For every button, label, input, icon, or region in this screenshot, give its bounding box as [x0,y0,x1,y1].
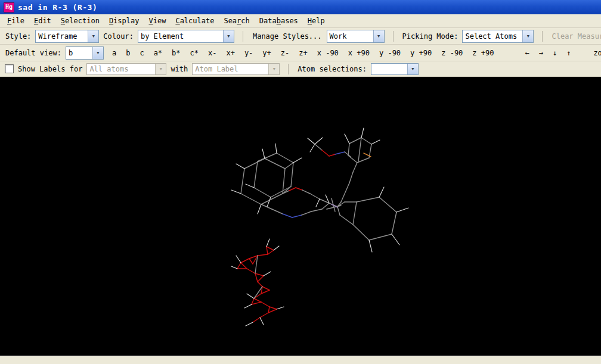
view-button-y-90[interactable]: y -90 [378,48,402,58]
show-labels-checkbox[interactable] [5,64,14,73]
chevron-down-icon: ▼ [522,30,533,42]
colour-select[interactable]: by Element ▼ [138,30,234,43]
chevron-down-icon: ▼ [407,64,418,74]
molecule-canvas[interactable] [0,77,601,356]
view-button-zoom-[interactable]: zoom - [592,48,601,58]
view-button-b[interactable]: b [125,48,131,58]
style-select-value: Wireframe [36,32,88,41]
menu-edit[interactable]: Edit [29,15,56,26]
chevron-down-icon: ▼ [92,47,103,59]
status-bar [0,356,601,364]
view-button-→[interactable]: → [538,48,544,58]
view-button-y+[interactable]: y+ [261,48,272,58]
view-button-←[interactable]: ← [523,48,530,58]
view-button-y+90[interactable]: y +90 [409,48,433,58]
style-select[interactable]: Wireframe ▼ [35,30,99,43]
view-button-↑[interactable]: ↑ [565,48,572,58]
chevron-down-icon: ▼ [88,30,98,42]
view-button-x+[interactable]: x+ [225,48,236,58]
toolbar-divider [243,31,243,42]
window-title: sad in R-3 (R-3) [18,3,97,12]
menu-display[interactable]: Display [104,15,144,26]
toolbar-divider [288,64,289,74]
atom-selections-label: Atom selections: [297,65,367,73]
default-view-select-value: b [66,49,92,57]
colour-select-value: by Element [138,32,223,41]
picking-mode-select-value: Select Atoms [463,32,522,41]
title-bar[interactable]: Hg sad in R-3 (R-3) [0,0,601,14]
view-button-x+90[interactable]: x +90 [347,48,371,58]
style-label: Style: [5,32,32,41]
view-button-z-[interactable]: z- [280,48,290,58]
menu-view[interactable]: View [144,15,171,26]
view-button-b*[interactable]: b* [171,48,181,58]
label-type-select-value: Atom Label [193,65,268,73]
menu-bar: FileEditSelectionDisplayViewCalculateSea… [0,14,601,28]
label-atoms-select-value: All atoms [87,65,155,73]
view-button-x-[interactable]: x- [207,48,218,58]
mercury-app-icon: Hg [4,2,14,13]
view-button-a*[interactable]: a* [153,48,163,58]
menu-calculate[interactable]: Calculate [171,15,219,26]
chevron-down-icon: ▼ [268,64,279,74]
chevron-down-icon: ▼ [373,30,384,42]
menu-help[interactable]: Help [303,15,330,26]
label-atoms-select: All atoms ▼ [86,63,166,75]
picking-mode-select[interactable]: Select Atoms ▼ [462,30,534,43]
view-button-↓[interactable]: ↓ [552,48,558,58]
view-toolbar: Default view: b ▼ abca*b*c*x-x+y-y+z-z+x… [0,45,601,61]
view-button-z+[interactable]: z+ [298,48,308,58]
toolbar-divider [393,31,394,42]
labels-toolbar: Show Labels for All atoms ▼ with Atom La… [0,61,601,77]
molecule-svg [0,77,601,356]
view-button-z+90[interactable]: z +90 [471,48,495,58]
manage-styles-button[interactable]: Manage Styles... [252,32,323,41]
with-label: with [170,65,188,73]
style-toolbar: Style: Wireframe ▼ Colour: by Element ▼ … [0,28,601,45]
atom-selections-select[interactable]: ▼ [371,63,419,75]
view-button-y-[interactable]: y- [243,48,254,58]
chevron-down-icon: ▼ [223,30,234,42]
chevron-down-icon: ▼ [155,64,166,74]
label-type-select: Atom Label ▼ [192,63,280,75]
view-button-z-90[interactable]: z -90 [440,48,464,58]
clear-measurements-button: Clear Measurements [551,32,601,41]
app-window: Hg sad in R-3 (R-3) FileEditSelectionDis… [0,0,601,364]
view-buttons: abca*b*c*x-x+y-y+z-z+x -90x +90y -90y +9… [111,48,601,58]
default-view-select[interactable]: b ▼ [66,46,104,60]
menu-selection[interactable]: Selection [56,15,104,26]
picking-mode-label: Picking Mode: [402,32,459,41]
view-button-a[interactable]: a [111,48,117,58]
menu-search[interactable]: Search [219,15,254,26]
show-labels-label: Show Labels for [17,65,83,73]
default-view-label: Default view: [5,49,62,57]
view-button-c*[interactable]: c* [189,48,200,58]
style-set-select[interactable]: Work ▼ [327,30,385,43]
colour-label: Colour: [103,32,134,41]
view-button-c[interactable]: c [138,48,145,58]
menu-databases[interactable]: Databases [255,15,303,26]
toolbar-divider [542,31,543,42]
menu-file[interactable]: File [2,15,29,26]
view-button-x-90[interactable]: x -90 [316,48,340,58]
style-set-select-value: Work [327,32,373,41]
